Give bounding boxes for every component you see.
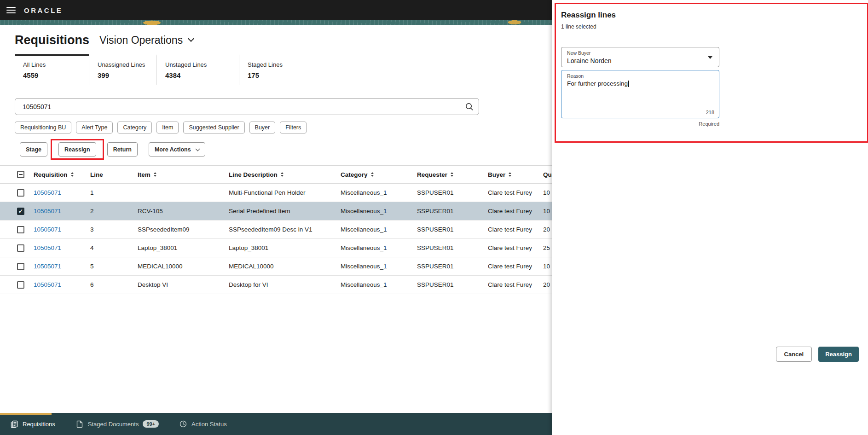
footer-tab-label: Action Status [191,421,227,428]
requisitions-icon [10,420,18,428]
tab-all-lines[interactable]: All Lines 4559 [15,54,89,85]
hero-banner [0,20,552,25]
global-header: ORACLE [0,0,552,20]
column-label: Category [341,171,368,178]
buyer-cell: Clare test Furey [488,226,543,233]
requester-cell: SSPUSER01 [417,263,488,270]
chip-suggested-supplier[interactable]: Suggested Supplier [183,122,244,133]
requisition-link[interactable]: 10505071 [34,281,90,288]
stat-label: Unassigned Lines [98,61,148,68]
row-checkbox[interactable] [17,189,24,197]
line-cell: 5 [90,263,138,270]
staged-documents-badge: 99+ [143,420,159,428]
dropdown-arrow-icon [708,56,712,59]
requisition-link[interactable]: 10505071 [34,208,90,215]
line-cell: 6 [90,281,138,288]
description-cell: Laptop_38001 [229,244,341,251]
buyer-cell: Clare test Furey [488,281,543,288]
tab-staged-lines[interactable]: Staged Lines 175 [239,54,312,85]
business-unit-selector[interactable]: Vision Operations [99,34,193,46]
line-cell: 4 [90,244,138,251]
tab-unstaged-lines[interactable]: Unstaged Lines 4384 [156,54,239,85]
requisition-link[interactable]: 10505071 [34,226,90,233]
sort-icon [281,172,284,177]
description-cell: Multi-Functional Pen Holder [229,189,341,196]
description-cell: MEDICAL10000 [229,263,341,270]
footer-tab-staged-documents[interactable]: Staged Documents 99+ [65,413,169,435]
description-cell: Serial Predefined Item [229,208,341,215]
stage-button[interactable]: Stage [20,142,47,157]
column-header-category[interactable]: Category [341,171,417,178]
select-all-checkbox[interactable] [17,171,24,178]
footer-tab-requisitions[interactable]: Requisitions [0,413,65,435]
tab-unassigned-lines[interactable]: Unassigned Lines 399 [89,54,156,85]
chip-alert-type[interactable]: Alert Type [76,122,113,133]
page-title: Requisitions [15,32,89,48]
row-checkbox[interactable] [17,263,24,270]
column-label: Requester [417,171,447,178]
description-cell: Desktop for VI [229,281,341,288]
table-row: 10505071 5 MEDICAL10000 MEDICAL10000 Mis… [0,257,580,276]
action-status-icon [179,420,187,428]
stat-value: 399 [98,71,148,79]
search-bar [15,98,479,115]
category-cell: Miscellaneous_1 [341,226,417,233]
column-label: Buyer [488,171,505,178]
reassign-button[interactable]: Reassign [58,142,96,157]
sort-icon [371,172,374,177]
requester-cell: SSPUSER01 [417,208,488,215]
requisition-link[interactable]: 10505071 [34,189,90,196]
search-input[interactable] [15,98,479,115]
chip-filters[interactable]: Filters [280,122,307,133]
column-header-requisition[interactable]: Requisition [34,171,90,178]
row-checkbox[interactable] [17,281,24,289]
column-header-buyer[interactable]: Buyer [488,171,543,178]
requisition-link[interactable]: 10505071 [34,244,90,251]
requester-cell: SSPUSER01 [417,226,488,233]
stat-value: 175 [248,71,304,79]
reason-textarea[interactable]: Reason For further processing 218 [561,70,719,118]
drawer-actions: Cancel Reassign [776,347,859,362]
column-label: Requisition [34,171,68,178]
stat-label: All Lines [23,61,81,68]
table-row: 10505071 1 Multi-Functional Pen Holder M… [0,184,580,202]
row-checkbox[interactable] [17,226,24,233]
buyer-cell: Clare test Furey [488,263,543,270]
column-header-item[interactable]: Item [138,171,229,178]
row-checkbox[interactable] [17,244,24,252]
column-label: Item [138,171,150,178]
line-cell: 2 [90,208,138,215]
stat-value: 4384 [165,71,231,79]
reassign-submit-button[interactable]: Reassign [818,347,859,362]
cancel-button[interactable]: Cancel [776,347,812,362]
new-buyer-select[interactable]: New Buyer Loraine Norden [561,47,719,67]
oracle-logo: ORACLE [24,6,63,14]
footer-tab-label: Requisitions [23,421,55,428]
new-buyer-value: Loraine Norden [567,57,713,64]
footer-tab-action-status[interactable]: Action Status [169,413,237,435]
search-icon[interactable] [465,102,474,111]
column-header-line-description[interactable]: Line Description [229,171,341,178]
column-label: Line Description [229,171,278,178]
chip-requisitioning-bu[interactable]: Requisitioning BU [15,122,71,133]
document-icon [75,420,84,428]
requisition-link[interactable]: 10505071 [34,263,90,270]
sort-icon [509,172,511,177]
chevron-down-icon [195,146,200,151]
hamburger-menu-icon[interactable] [6,7,16,13]
chevron-down-icon [188,35,194,42]
row-checkbox[interactable] [17,208,24,215]
business-unit-label: Vision Operations [99,34,183,46]
page-head: Requisitions Vision Operations [15,32,552,48]
return-button[interactable]: Return [107,142,138,157]
active-tab-indicator [0,413,52,415]
more-actions-button[interactable]: More Actions [149,142,205,157]
line-cell: 1 [90,189,138,196]
chip-item[interactable]: Item [156,122,179,133]
column-header-line[interactable]: Line [90,171,138,178]
column-header-requester[interactable]: Requester [417,171,488,178]
line-cell: 3 [90,226,138,233]
chip-buyer[interactable]: Buyer [249,122,276,133]
chip-category[interactable]: Category [117,122,152,133]
table-row: 10505071 4 Laptop_38001 Laptop_38001 Mis… [0,239,580,257]
